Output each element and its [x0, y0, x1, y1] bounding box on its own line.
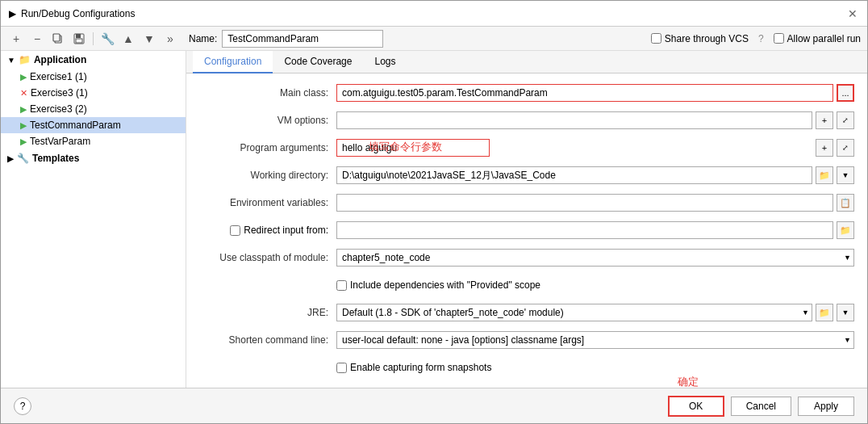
parallel-checkbox-label[interactable]: Allow parallel run [774, 33, 861, 44]
run-icon-3: ▶ [20, 120, 27, 131]
classpath-select-wrap: chapter5_note_code ▼ [336, 249, 854, 267]
remove-button[interactable]: − [28, 30, 46, 48]
env-vars-browse[interactable]: 📋 [837, 194, 854, 212]
classpath-select[interactable]: chapter5_note_code [336, 249, 854, 267]
env-vars-control: 📋 [336, 194, 854, 212]
ok-button[interactable]: OK [668, 396, 724, 417]
redirect-checkbox[interactable] [230, 225, 240, 236]
svg-rect-4 [76, 39, 82, 43]
working-dir-row: Working directory: 📁 ▼ [199, 166, 854, 185]
main-class-control: ... [336, 84, 854, 102]
jre-select[interactable]: Default (1.8 - SDK of 'chapter5_note_cod… [336, 304, 812, 321]
vm-expand-button[interactable]: + [816, 111, 833, 129]
include-deps-label[interactable]: Include dependencies with "Provided" sco… [336, 279, 540, 291]
shorten-control: user-local default: none - java [options… [336, 331, 854, 349]
program-args-input[interactable] [336, 139, 490, 157]
run-icon-2: ▶ [20, 104, 27, 115]
down-button[interactable]: ▼ [140, 30, 158, 48]
cancel-button[interactable]: Cancel [731, 397, 791, 416]
redirect-input[interactable] [336, 221, 833, 239]
snapshots-label[interactable]: Enable capturing form snapshots [336, 362, 491, 373]
args-expand-button[interactable]: + [816, 139, 833, 157]
application-label: Application [34, 54, 86, 65]
folder-icon: 📁 [19, 54, 31, 65]
sidebar-item-testvarparam[interactable]: ▶ TestVarParam [1, 133, 186, 149]
config-form: Main class: ... 搜索要运行的主类 ↘ VM options: + [186, 73, 867, 388]
snapshots-checkbox[interactable] [336, 363, 347, 373]
error-icon: ✕ [20, 88, 27, 99]
vm-fullscreen-button[interactable]: ⤢ [837, 111, 854, 129]
browse-class-button[interactable]: ... [837, 84, 854, 102]
redirect-row: Redirect input from: 📁 [199, 220, 854, 240]
sidebar-item-exercise3-1[interactable]: ✕ Exercise3 (1) [1, 85, 186, 101]
program-args-row: Program arguments: 填写命令行参数 + ⤢ [199, 138, 854, 157]
shorten-row: Shorten command line: user-local default… [199, 330, 854, 350]
snapshots-row: Enable capturing form snapshots [199, 358, 854, 377]
jre-row: JRE: Default (1.8 - SDK of 'chapter5_not… [199, 303, 854, 322]
vcs-checkbox-label[interactable]: Share through VCS [651, 33, 749, 44]
tab-code-coverage[interactable]: Code Coverage [273, 51, 363, 73]
sidebar-item-exercise1[interactable]: ▶ Exercise1 (1) [1, 69, 186, 85]
jre-select-wrap: Default (1.8 - SDK of 'chapter5_note_cod… [336, 304, 812, 321]
sidebar-item-exercise3-2[interactable]: ▶ Exercise3 (2) [1, 101, 186, 117]
close-button[interactable]: ✕ [846, 7, 859, 20]
vm-options-input[interactable] [336, 111, 812, 129]
include-deps-checkbox[interactable] [336, 280, 347, 291]
working-dir-browse[interactable]: 📁 [816, 166, 833, 184]
classpath-row: Use classpath of module: chapter5_note_c… [199, 248, 854, 267]
up-button[interactable]: ▲ [119, 30, 137, 48]
folder-arrow: ▼ [7, 56, 15, 65]
sidebar-application-folder[interactable]: ▼ 📁 Application [1, 51, 186, 69]
tabs: Configuration Code Coverage Logs [186, 51, 867, 73]
name-input[interactable] [222, 30, 383, 48]
program-args-container: Program arguments: 填写命令行参数 + ⤢ [199, 138, 854, 157]
jre-browse[interactable]: 📁 [816, 304, 833, 321]
arrow-annotation-1: ↘ [816, 73, 840, 75]
copy-button[interactable] [49, 30, 67, 48]
toolbar-sep [93, 32, 94, 45]
vcs-help-icon[interactable]: ? [758, 33, 764, 44]
apply-button[interactable]: Apply [798, 397, 854, 416]
main-class-input[interactable] [336, 84, 833, 102]
working-dir-label: Working directory: [199, 170, 336, 181]
more-button[interactable]: » [161, 30, 179, 48]
jre-dropdown[interactable]: ▼ [837, 304, 854, 321]
settings-button[interactable]: 🔧 [98, 30, 116, 48]
run-icon: ▶ [20, 72, 27, 82]
main-class-label: Main class: [199, 87, 336, 99]
run-icon-4: ▶ [20, 136, 27, 147]
tab-logs[interactable]: Logs [363, 51, 407, 73]
vcs-checkbox[interactable] [651, 33, 661, 44]
include-deps-row: Include dependencies with "Provided" sco… [336, 275, 854, 295]
redirect-control: 📁 [336, 221, 854, 239]
working-dir-dropdown[interactable]: ▼ [837, 166, 854, 184]
sidebar: ▼ 📁 Application ▶ Exercise1 (1) ✕ Exerci… [1, 51, 186, 388]
args-fullscreen-button[interactable]: ⤢ [837, 139, 854, 157]
working-dir-input[interactable] [336, 166, 812, 184]
program-args-control: 填写命令行参数 + ⤢ [336, 139, 854, 157]
main-class-row: Main class: ... [199, 83, 854, 103]
redirect-label: Redirect input from: [244, 225, 328, 236]
shorten-select[interactable]: user-local default: none - java [options… [336, 331, 854, 349]
parallel-checkbox[interactable] [774, 33, 784, 44]
main-window: ▶ Run/Debug Configurations ✕ + − 🔧 ▲ ▼ » [0, 0, 868, 424]
help-button[interactable]: ? [14, 397, 31, 415]
vm-options-row: VM options: + ⤢ [199, 111, 854, 130]
title-icon: ▶ [9, 8, 16, 19]
wrench-icon: 🔧 [17, 153, 29, 164]
bottom-bar: ? 确定 OK Cancel Apply [1, 388, 867, 423]
sidebar-item-testcommandparam[interactable]: ▶ TestCommandParam [1, 117, 186, 133]
save-button[interactable] [70, 30, 88, 48]
svg-rect-3 [76, 34, 81, 38]
tab-configuration[interactable]: Configuration [193, 51, 273, 73]
sidebar-templates-folder[interactable]: ▶ 🔧 Templates [1, 149, 186, 167]
add-button[interactable]: + [7, 30, 25, 48]
redirect-browse[interactable]: 📁 [837, 221, 854, 239]
window-title: Run/Debug Configurations [21, 8, 135, 19]
vm-options-label: VM options: [199, 115, 336, 126]
working-dir-control: 📁 ▼ [336, 166, 854, 184]
jre-control: Default (1.8 - SDK of 'chapter5_note_cod… [336, 304, 854, 321]
toolbar: + − 🔧 ▲ ▼ » Name: Share throu [1, 27, 867, 51]
env-vars-input[interactable] [336, 194, 833, 212]
env-vars-row: Environment variables: 📋 [199, 193, 854, 212]
